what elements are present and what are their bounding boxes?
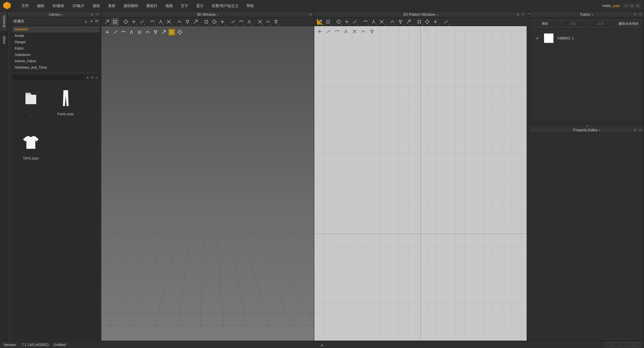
close-icon[interactable]: ✕ xyxy=(96,12,100,16)
tb2d-tool-1[interactable]: ▾ xyxy=(324,18,332,25)
category-substance[interactable]: Substance xyxy=(12,52,100,58)
menu-设置/用户自定义[interactable]: 设置/用户自定义 xyxy=(208,0,243,11)
tb3d-tool-14[interactable]: ▾ xyxy=(229,18,237,25)
sb2d-btn-6[interactable] xyxy=(369,28,375,35)
popout-icon[interactable]: ⧉ xyxy=(309,12,313,16)
tb3d-tool-8[interactable]: ▾ xyxy=(176,18,183,25)
tb2d-tool-12[interactable]: ▾ xyxy=(424,18,431,25)
close-icon[interactable]: ✕ xyxy=(638,12,642,16)
property-editor-title[interactable]: Property Editor xyxy=(573,128,600,132)
tb2d-tool-14[interactable]: ▾ xyxy=(442,18,450,25)
sb2d-btn-0[interactable] xyxy=(316,28,323,35)
layout-1-icon[interactable] xyxy=(605,342,611,347)
close-icon[interactable]: ✕ xyxy=(521,12,525,16)
close-button[interactable]: ✕ xyxy=(635,3,641,8)
category-garment[interactable]: Garment xyxy=(12,26,100,32)
2d-viewport[interactable] xyxy=(314,26,527,341)
tb2d-tool-5[interactable]: ▾ xyxy=(362,18,369,25)
category-hardware_and_trims[interactable]: Hardware_and_Trims xyxy=(12,64,100,71)
tb3d-tool-16[interactable]: ▾ xyxy=(246,18,253,25)
tb3d-tool-4[interactable]: ▾ xyxy=(138,18,146,25)
tb3d-tool-2[interactable]: ▾ xyxy=(122,18,129,25)
tb3d-tool-15[interactable]: ▾ xyxy=(237,18,245,25)
layout-4-icon[interactable] xyxy=(627,342,633,347)
fabric-title[interactable]: Fabric xyxy=(580,12,593,16)
menu-视频[interactable]: 视频 xyxy=(161,0,177,11)
fabric-btn-0[interactable]: 增加 xyxy=(533,20,558,27)
tb3d-tool-10[interactable]: ▾ xyxy=(192,18,199,25)
tb3d-tool-0[interactable]: ▾ xyxy=(103,18,111,25)
popout-icon[interactable]: ⧉ xyxy=(633,128,637,132)
expand-handle-mid[interactable]: ◂ xyxy=(530,124,644,127)
list-view-icon[interactable]: ≡ xyxy=(95,76,99,79)
sb3d-btn-2[interactable] xyxy=(120,29,127,36)
sb2d-btn-5[interactable] xyxy=(360,28,367,35)
tb3d-tool-1[interactable]: ▾ xyxy=(111,18,119,25)
tb3d-tool-7[interactable]: ▾ xyxy=(165,18,172,25)
tb2d-tool-6[interactable]: ▾ xyxy=(370,18,377,25)
2d-window-title[interactable]: 2D Pattern Window xyxy=(403,12,438,16)
menu-2D板片[interactable]: 2D板片 xyxy=(68,0,89,11)
expand-handle-right[interactable]: ◂ xyxy=(527,11,530,341)
refresh-icon[interactable]: ⟳ xyxy=(95,19,98,23)
popout-icon[interactable]: ⧉ xyxy=(90,12,94,16)
fabric-swatch[interactable] xyxy=(544,33,553,43)
tb2d-tool-11[interactable]: ▾ xyxy=(416,18,423,25)
sb3d-btn-6[interactable] xyxy=(152,29,159,36)
tb3d-tool-6[interactable]: ▾ xyxy=(157,18,164,25)
menu-文字[interactable]: 文字 xyxy=(177,0,192,11)
tb2d-tool-9[interactable]: ▾ xyxy=(397,18,404,25)
sb2d-btn-4[interactable] xyxy=(351,28,358,35)
category-hanger[interactable]: Hanger xyxy=(12,39,100,45)
thumb-Tshirt.zpac[interactable]: Tshirt.zpac xyxy=(15,130,46,170)
tb3d-tool-19[interactable]: ▾ xyxy=(272,18,280,25)
tb3d-tool-18[interactable]: ▾ xyxy=(264,18,272,25)
sb2d-btn-1[interactable] xyxy=(325,28,332,35)
category-interior_fabric[interactable]: Interior_Fabric xyxy=(12,58,100,64)
download-icon[interactable]: ⭳ xyxy=(84,19,88,23)
tb3d-tool-12[interactable]: ▾ xyxy=(211,18,218,25)
sb3d-btn-3[interactable] xyxy=(128,29,135,36)
sb3d-btn-7[interactable] xyxy=(160,29,167,36)
chevron-down-icon[interactable]: ▾ xyxy=(85,76,90,79)
tb2d-tool-2[interactable]: ▾ xyxy=(335,18,342,25)
tb2d-tool-8[interactable]: ▾ xyxy=(389,18,396,25)
layout-2-icon[interactable] xyxy=(612,342,619,347)
menu-虚拟模特[interactable]: 虚拟模特 xyxy=(119,0,142,11)
menu-素材[interactable]: 素材 xyxy=(104,0,119,11)
fabric-btn-3[interactable]: 删除未使用的 xyxy=(616,20,641,27)
layout-5-icon[interactable] xyxy=(635,342,641,347)
tb2d-tool-7[interactable]: ▾ xyxy=(378,18,385,25)
3d-viewport[interactable] xyxy=(101,26,314,341)
sb3d-btn-1[interactable] xyxy=(112,29,119,36)
tb3d-tool-9[interactable]: ▾ xyxy=(184,18,191,25)
tb3d-tool-13[interactable]: ▾ xyxy=(219,18,226,25)
tb2d-tool-3[interactable]: ▾ xyxy=(343,18,351,25)
tb2d-tool-10[interactable]: ▾ xyxy=(405,18,412,25)
minimize-button[interactable]: — xyxy=(623,3,629,8)
expand-handle-left[interactable]: ◂ xyxy=(7,11,11,341)
menu-3D服装[interactable]: 3D服装 xyxy=(48,0,68,11)
library-title[interactable]: Library xyxy=(49,12,63,16)
tb3d-tool-5[interactable]: ▾ xyxy=(149,18,156,25)
tb2d-tool-13[interactable]: ▾ xyxy=(432,18,439,25)
close-icon[interactable]: ✕ xyxy=(638,128,642,132)
menu-重拓扑[interactable]: 重拓扑 xyxy=(142,0,161,11)
popout-icon[interactable]: ⧉ xyxy=(633,12,637,16)
fabric-item[interactable]: ✔ FABRIC 1 xyxy=(536,33,638,43)
sb2d-btn-3[interactable] xyxy=(342,28,349,35)
sb2d-btn-2[interactable] xyxy=(334,28,340,35)
popout-icon[interactable]: ⧉ xyxy=(516,12,520,16)
tb3d-tool-17[interactable]: ▾ xyxy=(256,18,264,25)
thumb-..[interactable]: .. xyxy=(15,85,46,126)
tb3d-tool-11[interactable]: ▾ xyxy=(203,18,210,25)
tb2d-tool-4[interactable]: ▾ xyxy=(351,18,359,25)
menu-显示[interactable]: 显示 xyxy=(192,0,208,11)
tb2d-tool-0[interactable]: ▾ xyxy=(316,18,324,25)
maximize-button[interactable]: ▭ xyxy=(629,3,635,8)
thumb-Pants.zpac[interactable]: Pants.zpac xyxy=(50,85,81,126)
sb3d-btn-4[interactable] xyxy=(136,29,143,36)
tb3d-tool-3[interactable]: ▾ xyxy=(130,18,138,25)
sb3d-btn-9[interactable] xyxy=(176,29,183,36)
path-input[interactable] xyxy=(14,75,84,80)
